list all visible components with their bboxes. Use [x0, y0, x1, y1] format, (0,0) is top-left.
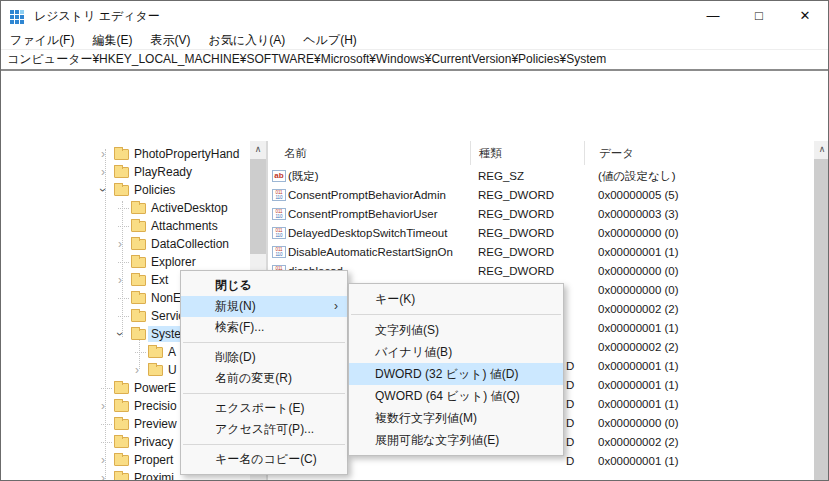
data-cell: 0x00000001 (1): [584, 319, 814, 338]
submenu-arrow-icon: ›: [334, 296, 338, 317]
chevron-right-icon[interactable]: ›: [131, 362, 143, 378]
tree-item-playready[interactable]: ›PlayReady: [1, 163, 266, 181]
list-scrollbar[interactable]: ∧: [814, 141, 829, 481]
menu-item-qword64q[interactable]: QWORD (64 ビット) 値(Q): [349, 385, 563, 407]
folder-icon: [148, 347, 163, 358]
menu-item-label: 削除(D): [215, 350, 256, 364]
folder-icon: [114, 473, 129, 481]
menu-item-dword32d[interactable]: DWORD (32 ビット) 値(D): [349, 363, 563, 385]
data-cell: 0x00000000 (0): [584, 414, 814, 433]
menubar-item-1[interactable]: 編集(E): [83, 31, 141, 49]
chevron-right-icon[interactable]: ›: [97, 164, 109, 180]
data-cell: (値の設定なし): [584, 167, 814, 186]
menu-bar: ファイル(F)編集(E)表示(V)お気に入り(A)ヘルプ(H): [1, 31, 828, 49]
chevron-right-icon[interactable]: ›: [97, 398, 109, 414]
data-cell: 0x00000000 (0): [584, 224, 814, 243]
maximize-button[interactable]: □: [736, 1, 782, 31]
menu-item-e[interactable]: エクスポート(E): [181, 398, 347, 419]
menu-item-m[interactable]: 複数行文字列値(M): [349, 407, 563, 429]
menu-item-p[interactable]: アクセス許可(P)...: [181, 419, 347, 440]
dword-value-icon: 011110: [272, 227, 286, 239]
data-cell: 0x00000002 (2): [584, 433, 814, 452]
menubar-item-4[interactable]: ヘルプ(H): [294, 31, 366, 49]
icon-square: [10, 10, 14, 14]
title-bar: レジストリ エディター — □ ✕: [1, 1, 828, 31]
menu-item-r[interactable]: 名前の変更(R): [181, 368, 347, 389]
data-cell: 0x00000005 (5): [584, 186, 814, 205]
tree-item-policies[interactable]: ›Policies: [1, 181, 266, 199]
type-cell: REG_DWORD: [470, 262, 584, 281]
chevron-right-icon[interactable]: ›: [97, 452, 109, 468]
scroll-up-icon[interactable]: ∧: [814, 141, 829, 158]
menu-item-n[interactable]: 新規(N)›: [181, 296, 347, 317]
menu-separator: [183, 342, 345, 343]
menu-item-label: エクスポート(E): [215, 401, 304, 415]
menu-item-[interactable]: 閉じる: [181, 275, 347, 296]
registry-app-icon: [10, 8, 26, 24]
folder-icon: [114, 455, 129, 466]
chevron-right-icon[interactable]: ›: [97, 470, 109, 481]
folder-icon: [131, 239, 146, 250]
tree-item-photopropertyhand[interactable]: ›PhotoPropertyHand: [1, 145, 266, 163]
menubar-item-0[interactable]: ファイル(F): [1, 31, 83, 49]
folder-icon: [131, 293, 146, 304]
menu-item-e[interactable]: 展開可能な文字列値(E): [349, 429, 563, 451]
scroll-up-icon[interactable]: ∧: [250, 141, 266, 158]
tree-item-label: DataCollection: [148, 236, 232, 252]
value-row[interactable]: [269, 471, 814, 481]
list-scrollbar-thumb[interactable]: [814, 159, 829, 481]
menu-item-s[interactable]: 文字列値(S): [349, 319, 563, 341]
column-header-data[interactable]: データ: [584, 141, 814, 165]
value-row[interactable]: 011110disablecadREG_DWORD0x00000000 (0): [269, 262, 814, 281]
menu-item-label: DWORD (32 ビット) 値(D): [375, 367, 519, 381]
folder-icon: [114, 383, 129, 394]
value-row[interactable]: 011110ConsentPromptBehaviorAdminREG_DWOR…: [269, 186, 814, 205]
icon-square: [15, 15, 19, 19]
menubar-item-3[interactable]: お気に入り(A): [199, 31, 294, 49]
regedit-window: レジストリ エディター — □ ✕ ファイル(F)編集(E)表示(V)お気に入り…: [0, 0, 829, 481]
chevron-right-icon[interactable]: ›: [114, 236, 126, 252]
name-cell: 011110DelayedDesktopSwitchTimeout: [269, 224, 470, 243]
menu-item-b[interactable]: バイナリ値(B): [349, 341, 563, 363]
value-row[interactable]: 011110ConsentPromptBehaviorUserREG_DWORD…: [269, 205, 814, 224]
name-cell: 011110ConsentPromptBehaviorAdmin: [269, 186, 470, 205]
tree-item-activedesktop[interactable]: ActiveDesktop: [1, 199, 266, 217]
window-title: レジストリ エディター: [34, 8, 160, 25]
tree-item-datacollection[interactable]: ›DataCollection: [1, 235, 266, 253]
tree-item-explorer[interactable]: Explorer: [1, 253, 266, 271]
type-cell: REG_DWORD: [470, 186, 584, 205]
menu-item-label: 展開可能な文字列値(E): [375, 433, 499, 447]
menu-item-f[interactable]: 検索(F)...: [181, 317, 347, 338]
tree-connector: [118, 262, 129, 263]
chevron-down-icon[interactable]: ›: [112, 328, 128, 340]
menubar-item-2[interactable]: 表示(V): [141, 31, 199, 49]
value-name: (既定): [288, 170, 319, 182]
column-header-type[interactable]: 種類: [470, 141, 584, 165]
menu-separator: [183, 393, 345, 394]
chevron-right-icon[interactable]: ›: [114, 272, 126, 288]
address-bar[interactable]: コンピューター¥HKEY_LOCAL_MACHINE¥SOFTWARE¥Micr…: [1, 49, 828, 71]
value-row[interactable]: 011110DelayedDesktopSwitchTimeoutREG_DWO…: [269, 224, 814, 243]
value-name: DelayedDesktopSwitchTimeout: [288, 227, 447, 239]
icon-square: [20, 20, 24, 24]
data-cell: 0x00000000 (0): [584, 281, 814, 300]
value-row[interactable]: ab(既定)REG_SZ(値の設定なし): [269, 167, 814, 186]
column-header-name[interactable]: 名前: [269, 141, 470, 165]
chevron-down-icon[interactable]: ›: [95, 184, 111, 196]
folder-icon: [131, 311, 146, 322]
type-cell: REG_DWORD: [470, 205, 584, 224]
menu-item-d[interactable]: 削除(D): [181, 347, 347, 368]
tree-item-label: PhotoPropertyHand: [131, 146, 242, 162]
menu-item-k[interactable]: キー(K): [349, 288, 563, 310]
data-cell: 0x00000003 (3): [584, 205, 814, 224]
folder-icon: [114, 437, 129, 448]
close-button[interactable]: ✕: [782, 1, 828, 31]
tree-connector: [118, 226, 129, 227]
tree-item-attachments[interactable]: Attachments: [1, 217, 266, 235]
tree-scrollbar-thumb[interactable]: [250, 159, 266, 254]
type-cell: REG_DWORD: [470, 243, 584, 262]
value-row[interactable]: 011110DisableAutomaticRestartSignOnREG_D…: [269, 243, 814, 262]
chevron-right-icon[interactable]: ›: [97, 146, 109, 162]
menu-item-c[interactable]: キー名のコピー(C): [181, 449, 347, 470]
minimize-button[interactable]: —: [690, 1, 736, 31]
